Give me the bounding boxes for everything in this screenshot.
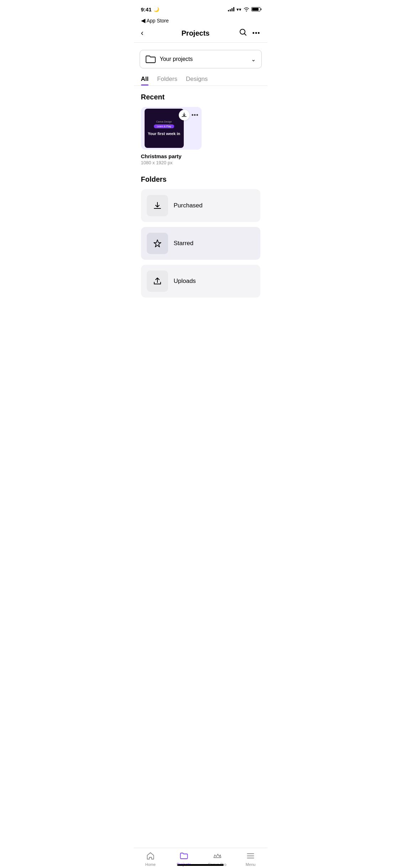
thumb-canva-label: Canva Design: [156, 120, 172, 123]
design-size: 1080 x 1920 px: [141, 160, 202, 165]
folder-name-purchased: Purchased: [174, 202, 203, 209]
back-nav[interactable]: ◀ App Store: [134, 16, 267, 25]
thumb-pill: Learn & Play: [154, 124, 174, 128]
folder-icon: [146, 55, 156, 63]
search-button[interactable]: [239, 28, 247, 38]
svg-line-1: [244, 34, 246, 36]
folder-name-starred: Starred: [174, 240, 194, 247]
filter-tabs: All Folders Designs: [134, 76, 267, 86]
header-actions: •••: [239, 28, 260, 38]
page-title: Projects: [152, 29, 239, 37]
thumb-inner: Canva Design Learn & Play Your first wee…: [145, 109, 184, 148]
star-icon: [152, 238, 162, 248]
back-arrow-icon: ◀: [141, 17, 145, 24]
folders-title: Folders: [141, 175, 260, 184]
status-bar: 9:41 🌙 ▾▾: [134, 0, 267, 16]
folder-item-starred[interactable]: Starred: [141, 227, 260, 260]
card-download-button[interactable]: [179, 110, 189, 120]
folder-item-uploads[interactable]: Uploads: [141, 265, 260, 298]
projects-dropdown-label: Your projects: [160, 56, 251, 62]
folder-item-icon-box-starred: [147, 233, 168, 254]
tab-all[interactable]: All: [141, 76, 149, 86]
status-time: 9:41: [141, 6, 152, 12]
upload-icon: [152, 276, 162, 286]
folder-item-icon-box-uploads: [147, 270, 168, 292]
card-more-button[interactable]: •••: [192, 112, 199, 118]
chevron-down-icon: ⌄: [251, 56, 256, 63]
recent-title: Recent: [141, 93, 260, 101]
folder-item-purchased[interactable]: Purchased: [141, 189, 260, 222]
tab-designs[interactable]: Designs: [186, 76, 208, 86]
download-icon: [152, 201, 162, 211]
folder-name-uploads: Uploads: [174, 278, 196, 285]
back-button[interactable]: ‹: [141, 29, 152, 38]
wifi-icon: [244, 7, 249, 11]
signal-icon: [228, 7, 234, 11]
design-name: Christmas party: [141, 153, 202, 159]
tab-folders[interactable]: Folders: [157, 76, 177, 86]
design-thumbnail: Canva Design Learn & Play Your first wee…: [141, 107, 202, 150]
folders-section: Folders Purchased Starred: [134, 165, 267, 298]
thumb-text: Your first week in: [148, 131, 180, 136]
page-header: ‹ Projects •••: [134, 25, 267, 42]
recent-section: Recent Canva Design Learn & Play Your fi…: [134, 86, 267, 165]
folder-item-icon-box: [147, 195, 168, 216]
moon-icon: 🌙: [153, 7, 159, 12]
design-card: Canva Design Learn & Play Your first wee…: [141, 107, 202, 165]
status-icons: ▾▾: [228, 7, 260, 12]
back-nav-label[interactable]: App Store: [147, 18, 169, 24]
wifi-icon: ▾▾: [236, 7, 241, 12]
projects-dropdown[interactable]: Your projects ⌄: [140, 50, 262, 68]
battery-icon: [251, 7, 260, 11]
card-overlay-actions: •••: [179, 110, 199, 120]
more-button[interactable]: •••: [252, 30, 260, 37]
recent-cards-list: Canva Design Learn & Play Your first wee…: [141, 107, 260, 165]
header-divider: [134, 42, 267, 43]
